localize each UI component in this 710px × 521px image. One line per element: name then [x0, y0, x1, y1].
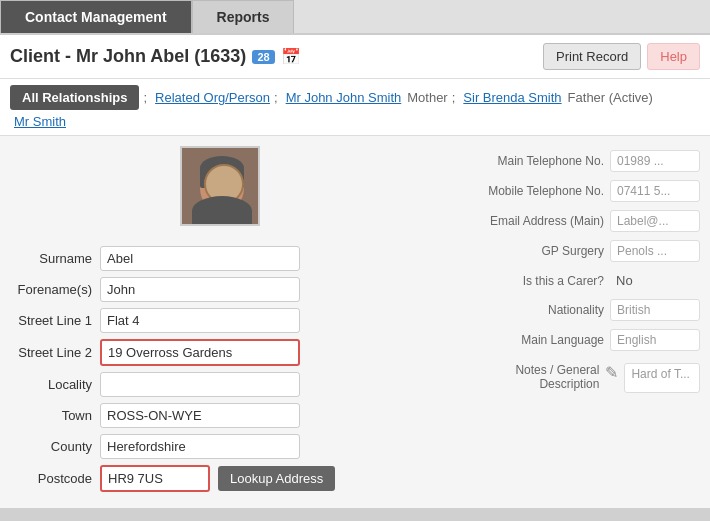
county-input[interactable]: [100, 434, 300, 459]
tab-bar: Contact Management Reports: [0, 0, 710, 35]
header-buttons: Print Record Help: [543, 43, 700, 70]
forenames-input[interactable]: [100, 277, 300, 302]
svg-point-8: [226, 183, 232, 190]
surname-row: Surname: [10, 246, 470, 271]
svg-point-1: [192, 206, 252, 226]
is-carer-value: No: [610, 270, 700, 291]
postcode-input[interactable]: [100, 465, 210, 492]
help-button[interactable]: Help: [647, 43, 700, 70]
street2-row: Street Line 2: [10, 339, 470, 366]
svg-point-9: [213, 184, 217, 189]
main-lang-label: Main Language: [521, 333, 604, 347]
postcode-label: Postcode: [10, 471, 100, 486]
forenames-row: Forename(s): [10, 277, 470, 302]
main-lang-value: English: [610, 329, 700, 351]
svg-point-4: [200, 156, 244, 180]
main-tel-label: Main Telephone No.: [497, 154, 604, 168]
gp-surgery-label: GP Surgery: [542, 244, 604, 258]
svg-rect-5: [200, 168, 208, 188]
main-content: Surname Forename(s) Street Line 1 Street…: [0, 136, 710, 508]
nationality-label: Nationality: [548, 303, 604, 317]
page-title: Client - Mr John Abel (1633): [10, 46, 246, 67]
svg-point-10: [227, 184, 231, 189]
street2-label: Street Line 2: [10, 345, 100, 360]
notification-badge: 28: [252, 50, 274, 64]
street2-input[interactable]: [100, 339, 300, 366]
svg-marker-11: [212, 201, 232, 218]
relationships-bar: All Relationships ; Related Org/Person ;…: [0, 79, 710, 136]
county-row: County: [10, 434, 470, 459]
is-carer-row: Is this a Carer? No: [480, 270, 700, 291]
nationality-row: Nationality British: [480, 299, 700, 321]
page-header: Client - Mr John Abel (1633) 28 📅 Print …: [0, 35, 710, 79]
surname-label: Surname: [10, 251, 100, 266]
street1-label: Street Line 1: [10, 313, 100, 328]
tab-contact-management[interactable]: Contact Management: [0, 0, 192, 33]
notes-row: Notes / General Description ✎ Hard of T.…: [480, 363, 700, 393]
brenda-smith-link[interactable]: Sir Brenda Smith: [463, 90, 561, 105]
mr-smith-link[interactable]: Mr Smith: [14, 114, 66, 129]
street1-input[interactable]: [100, 308, 300, 333]
svg-rect-6: [236, 168, 244, 188]
postcode-row: Postcode Lookup Address: [10, 465, 470, 492]
mobile-tel-value: 07411 5...: [610, 180, 700, 202]
county-label: County: [10, 439, 100, 454]
bottom-area: [0, 508, 710, 521]
is-carer-label: Is this a Carer?: [523, 274, 604, 288]
mobile-tel-label: Mobile Telephone No.: [488, 184, 604, 198]
notes-label: Notes / General Description: [480, 363, 599, 391]
town-input[interactable]: [100, 403, 300, 428]
main-tel-value: 01989 ...: [610, 150, 700, 172]
locality-label: Locality: [10, 377, 100, 392]
edit-notes-icon[interactable]: ✎: [605, 363, 618, 382]
main-lang-row: Main Language English: [480, 329, 700, 351]
left-panel: Surname Forename(s) Street Line 1 Street…: [10, 146, 470, 498]
mobile-tel-row: Mobile Telephone No. 07411 5...: [480, 180, 700, 202]
right-panel: Main Telephone No. 01989 ... Mobile Tele…: [480, 146, 700, 498]
avatar: [180, 146, 260, 226]
calendar-icon[interactable]: 📅: [281, 47, 301, 66]
svg-point-7: [212, 183, 218, 190]
svg-rect-2: [215, 198, 229, 212]
gp-surgery-row: GP Surgery Penols ...: [480, 240, 700, 262]
email-label: Email Address (Main): [490, 214, 604, 228]
related-org-link[interactable]: Related Org/Person: [155, 90, 270, 105]
tab-reports[interactable]: Reports: [192, 0, 295, 33]
print-record-button[interactable]: Print Record: [543, 43, 641, 70]
town-row: Town: [10, 403, 470, 428]
street1-row: Street Line 1: [10, 308, 470, 333]
locality-input[interactable]: [100, 372, 300, 397]
gp-surgery-value: Penols ...: [610, 240, 700, 262]
john-smith-link[interactable]: Mr John John Smith: [286, 90, 402, 105]
email-row: Email Address (Main) Label@...: [480, 210, 700, 232]
main-tel-row: Main Telephone No. 01989 ...: [480, 150, 700, 172]
all-relationships-button[interactable]: All Relationships: [10, 85, 139, 110]
surname-input[interactable]: [100, 246, 300, 271]
notes-value: Hard of T...: [624, 363, 700, 393]
email-value: Label@...: [610, 210, 700, 232]
forenames-label: Forename(s): [10, 282, 100, 297]
town-label: Town: [10, 408, 100, 423]
locality-row: Locality: [10, 372, 470, 397]
nationality-value: British: [610, 299, 700, 321]
lookup-address-button[interactable]: Lookup Address: [218, 466, 335, 491]
